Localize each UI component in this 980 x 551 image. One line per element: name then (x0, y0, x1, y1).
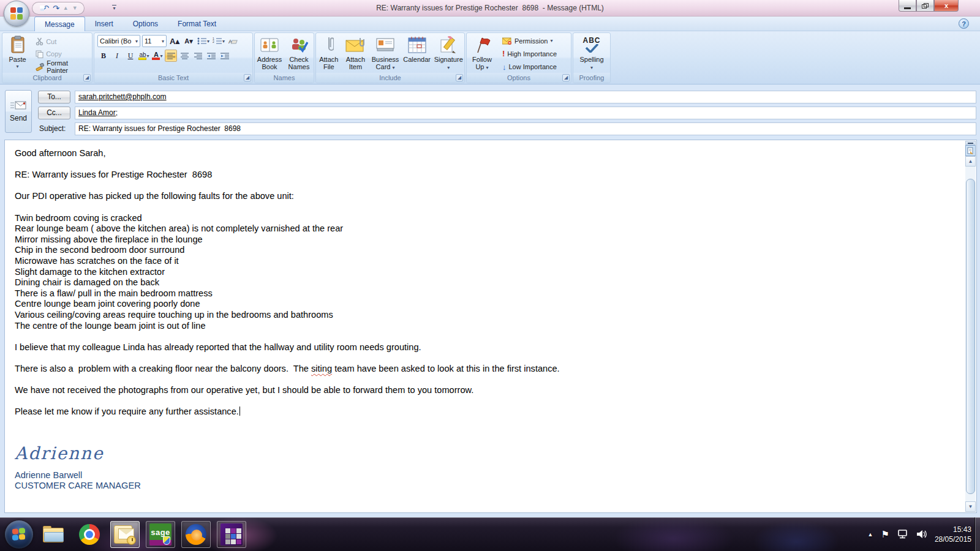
taskbar-chrome-icon[interactable] (75, 521, 104, 548)
shrink-font-button[interactable]: A▾ (183, 35, 195, 47)
numbering-icon: 12 (213, 37, 222, 45)
cut-button[interactable]: Cut (34, 36, 92, 48)
ruler-toggle-icon[interactable] (965, 145, 976, 156)
restore-button[interactable] (916, 0, 934, 12)
minimize-button[interactable] (899, 0, 916, 12)
underline-button[interactable]: U (124, 50, 137, 62)
align-left-icon (167, 53, 175, 59)
tab-options[interactable]: Options (123, 17, 168, 31)
format-painter-button[interactable]: Format Painter (34, 61, 92, 73)
paperclip-icon (324, 35, 334, 54)
group-include: Attach File Attach Item Bu (315, 32, 465, 83)
start-button[interactable] (5, 520, 33, 549)
bold-button[interactable]: B (97, 50, 110, 62)
network-icon[interactable] (897, 530, 908, 539)
include-dialog-launcher-icon[interactable]: ◢ (456, 74, 463, 81)
low-importance-icon: ↓ (502, 62, 507, 72)
permission-button[interactable]: Permission ▾ (500, 35, 559, 47)
spelling-button[interactable]: ABC Spelling▾ (576, 33, 608, 73)
paste-button[interactable]: Paste ▾ (5, 33, 30, 73)
italic-button[interactable]: I (111, 50, 123, 62)
help-button[interactable]: ? (959, 18, 969, 29)
copy-button[interactable]: Copy (34, 48, 92, 61)
scroll-up-button[interactable]: ▲ (965, 156, 976, 167)
numbering-button[interactable]: 12 ▾ (212, 35, 225, 47)
align-center-button[interactable] (178, 50, 190, 62)
tab-insert[interactable]: Insert (85, 17, 123, 31)
attach-item-button[interactable]: Attach Item (343, 33, 369, 73)
to-button[interactable]: To... (38, 91, 70, 103)
taskbar-explorer-icon[interactable] (39, 521, 69, 548)
taskbar-outlook-button[interactable] (110, 521, 140, 548)
send-button[interactable]: Send (5, 90, 32, 133)
office-button[interactable] (4, 1, 29, 26)
scroll-thumb[interactable] (966, 179, 975, 494)
close-button[interactable]: x (934, 0, 959, 12)
font-color-button[interactable]: A ▾ (151, 50, 164, 62)
business-card-icon (375, 35, 395, 54)
font-name-combo[interactable]: Calibri (Bo▾ (97, 35, 140, 47)
follow-up-button[interactable]: Follow Up ▾ (469, 33, 496, 73)
mosaic-grid-icon (221, 523, 243, 545)
align-right-button[interactable] (192, 50, 204, 62)
signature-button[interactable]: Signature▾ (432, 33, 464, 73)
increase-indent-button[interactable] (219, 50, 231, 62)
cc-button[interactable]: Cc... (38, 107, 70, 119)
font-size-combo[interactable]: 11▾ (142, 35, 167, 47)
redo-icon[interactable]: ↷ (53, 4, 59, 12)
attach-file-button[interactable]: Attach File (316, 33, 342, 73)
shield-icon (163, 536, 170, 545)
taskbar-firefox-button[interactable] (181, 521, 211, 548)
check-names-button[interactable]: Check Names (285, 33, 313, 73)
align-left-button[interactable] (165, 50, 177, 62)
business-card-button[interactable]: Business Card ▾ (369, 33, 401, 73)
decrease-indent-button[interactable] (205, 50, 217, 62)
low-importance-button[interactable]: ↓ Low Importance (500, 61, 559, 73)
dropdown-caret-icon: ▾ (590, 65, 593, 70)
options-dialog-launcher-icon[interactable]: ◢ (562, 74, 570, 81)
vertical-scrollbar[interactable]: ▲ ▼ (965, 141, 976, 512)
to-field[interactable]: sarah.pritchett@phplh.com (75, 91, 976, 103)
split-handle[interactable] (965, 141, 976, 145)
body-line (15, 181, 958, 192)
subject-field[interactable]: RE: Warranty issues for Prestige Rochest… (75, 122, 976, 135)
tab-format-text[interactable]: Format Text (168, 17, 226, 31)
scroll-down-button[interactable]: ▼ (965, 501, 976, 512)
basic-text-dialog-launcher-icon[interactable]: ◢ (244, 74, 251, 81)
calendar-button[interactable]: Calendar (402, 33, 432, 73)
window-title: RE: Warranty issues for Prestige Rochest… (184, 0, 796, 17)
signature-script: Adrienne (15, 443, 958, 464)
clipboard-dialog-launcher-icon[interactable]: ◢ (83, 74, 91, 81)
taskbar-mosaic-app-button[interactable] (217, 521, 246, 548)
message-body-editor[interactable]: Good afternoon Sarah, RE: Warranty issue… (4, 140, 977, 513)
cc-field[interactable]: Linda Amor; (75, 107, 976, 119)
spelling-icon: ABC (583, 35, 601, 54)
grow-font-button[interactable]: A▴ (168, 35, 181, 47)
highlight-color-bar (138, 58, 146, 60)
hidden-icons-arrow-icon[interactable]: ▲ (868, 531, 873, 538)
action-center-flag-icon[interactable]: ⚑ (881, 529, 889, 540)
body-line: Mirror missing above the fireplace in th… (15, 234, 958, 246)
misspelled-word: siting (311, 364, 332, 373)
previous-item-icon[interactable]: ▲ (63, 4, 69, 12)
customize-qat-icon[interactable]: ▾ (112, 5, 116, 10)
bullets-button[interactable]: ▾ (197, 35, 210, 47)
signature-role: CUSTOMER CARE MANAGER (15, 481, 958, 492)
clear-formatting-button[interactable]: A (227, 35, 239, 47)
body-line: Twin bedroom coving is cracked (15, 213, 958, 224)
show-desktop-button[interactable] (974, 517, 980, 551)
volume-icon[interactable] (916, 530, 927, 539)
high-importance-button[interactable]: ! High Importance (500, 48, 559, 59)
address-book-button[interactable]: Address Book (255, 33, 284, 73)
taskbar-clock[interactable]: 15:43 28/05/2015 (935, 525, 971, 544)
highlight-button[interactable]: ab ▾ (138, 50, 150, 62)
quick-access-toolbar: ↶ ↷ ▲ ▼ (32, 2, 85, 15)
dropdown-caret-icon: ▾ (162, 39, 164, 44)
compose-header: Send To... sarah.pritchett@phplh.com Cc.… (0, 85, 980, 140)
taskbar-sage-button[interactable]: sage (146, 521, 175, 548)
body-line: We have not received the photographs fro… (15, 385, 958, 396)
tab-message[interactable]: Message (34, 17, 85, 31)
paste-icon (10, 35, 26, 54)
body-line (15, 202, 958, 213)
next-item-icon[interactable]: ▼ (72, 4, 78, 12)
